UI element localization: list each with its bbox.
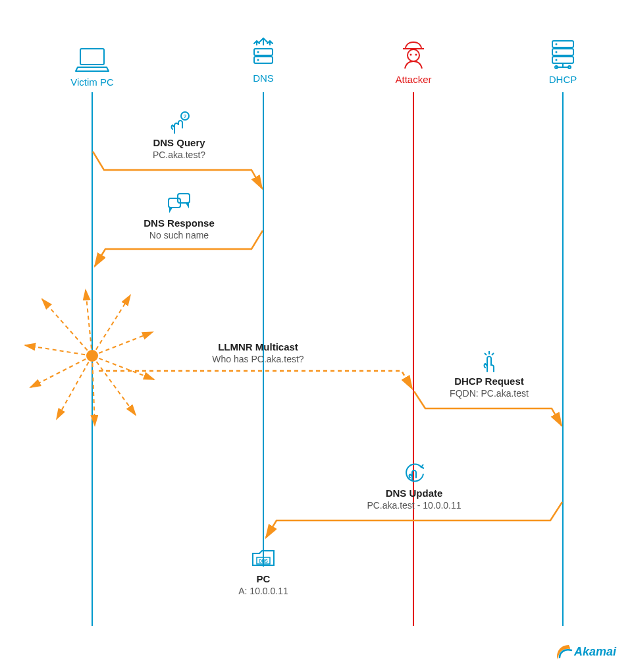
svg-point-6: [410, 54, 412, 56]
lifeline-dns: [263, 92, 264, 567]
svg-line-25: [57, 356, 92, 419]
svg-line-26: [30, 356, 92, 387]
actor-label: DNS: [224, 72, 303, 84]
svg-line-18: [42, 299, 92, 356]
msg-title: DNS Response: [113, 217, 245, 229]
msg-title: DHCP Request: [427, 376, 552, 387]
msg-sub: PC.aka.test?: [113, 150, 245, 160]
svg-text:DNS: DNS: [259, 559, 268, 563]
lifeline-dhcp: [562, 92, 564, 626]
svg-point-13: [556, 59, 558, 61]
svg-rect-0: [80, 49, 104, 65]
svg-line-27: [25, 345, 92, 356]
actor-label: Attacker: [374, 74, 453, 85]
lifeline-victim: [92, 92, 93, 626]
msg-dns-query: ? DNS Query PC.aka.test?: [113, 111, 245, 160]
arrows-layer: [0, 0, 632, 672]
svg-line-20: [92, 295, 130, 356]
msg-sub: Who has PC.aka.test?: [172, 354, 344, 364]
svg-point-12: [556, 51, 558, 53]
lifeline-attacker: [413, 92, 414, 626]
brand-logo: Akamai: [556, 643, 616, 660]
actor-dhcp: DHCP: [523, 37, 602, 85]
svg-line-35: [492, 353, 494, 355]
dhcp-server-icon: [523, 37, 602, 70]
actor-victim-pc: Victim PC: [53, 40, 132, 88]
msg-title: DNS Query: [113, 137, 245, 148]
svg-point-7: [415, 54, 417, 56]
msg-sub: No such name: [113, 230, 245, 240]
msg-title: LLMNR Multicast: [172, 341, 344, 352]
svg-point-11: [556, 43, 558, 45]
svg-point-5: [408, 49, 419, 61]
svg-line-22: [92, 356, 154, 379]
msg-title: DNS Update: [325, 488, 503, 499]
msg-sub: FQDN: PC.aka.test: [427, 388, 552, 399]
msg-sub: PC.aka.test - 10.0.0.11: [325, 500, 503, 511]
akamai-swoosh-icon: [556, 643, 573, 660]
actor-label: Victim PC: [53, 76, 132, 88]
actor-dns: DNS: [224, 36, 303, 84]
msg-dns-update: DNS Update PC.aka.test - 10.0.0.11: [325, 461, 503, 511]
svg-rect-1: [254, 49, 273, 55]
svg-text:?: ?: [184, 113, 187, 119]
msg-dhcp-request: DHCP Request FQDN: PC.aka.test: [427, 349, 552, 399]
laptop-icon: [53, 40, 132, 72]
dns-record: DNS PC A: 10.0.0.11: [217, 547, 309, 596]
hand-pointer-icon: [427, 349, 552, 373]
attacker-icon: [374, 37, 453, 70]
dns-server-icon: [224, 36, 303, 69]
svg-line-23: [92, 356, 136, 415]
svg-line-21: [92, 332, 153, 356]
msg-dns-response: DNS Response No such name: [113, 191, 245, 240]
chat-bubbles-icon: [113, 191, 245, 215]
actor-label: DHCP: [523, 74, 602, 85]
dns-folder-icon: DNS: [217, 547, 309, 571]
msg-llmnr-multicast: LLMNR Multicast Who has PC.aka.test?: [172, 341, 344, 364]
svg-point-4: [257, 59, 259, 61]
msg-sub: A: 10.0.0.11: [217, 586, 309, 596]
hand-refresh-icon: [325, 461, 503, 485]
brand-name: Akamai: [574, 645, 616, 659]
hand-question-icon: ?: [113, 111, 245, 134]
svg-rect-2: [254, 57, 273, 63]
msg-title: PC: [217, 573, 309, 584]
svg-point-3: [257, 51, 259, 53]
actor-attacker: Attacker: [374, 37, 453, 85]
svg-line-34: [485, 353, 487, 355]
